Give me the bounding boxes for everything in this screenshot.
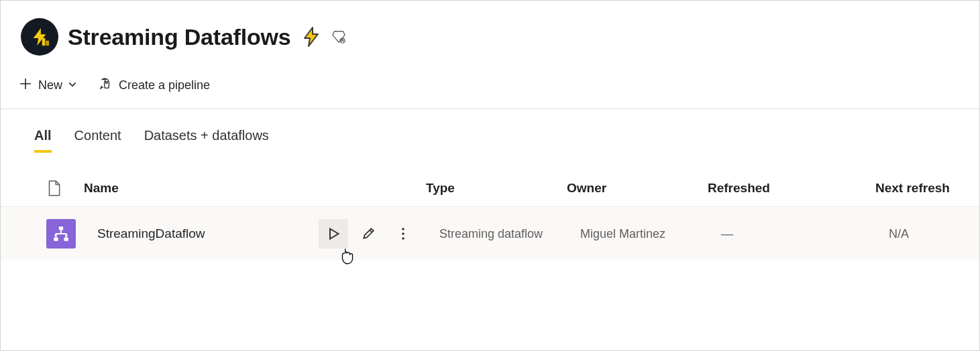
new-button[interactable]: New <box>18 75 78 96</box>
play-button[interactable] <box>319 219 348 249</box>
tab-content[interactable]: Content <box>74 127 121 153</box>
dataflow-type-icon <box>46 219 76 249</box>
column-name-header[interactable]: Name <box>84 181 426 196</box>
create-pipeline-label: Create a pipeline <box>119 78 210 92</box>
row-actions <box>319 219 439 249</box>
cursor-icon <box>340 247 355 269</box>
table-row[interactable]: StreamingDataflow Streaming dataflow Mig… <box>1 207 979 261</box>
svg-point-12 <box>402 228 404 230</box>
svg-rect-8 <box>59 226 64 230</box>
row-next-refresh: N/A <box>889 227 959 241</box>
row-type: Streaming dataflow <box>439 227 580 241</box>
tab-all[interactable]: All <box>34 127 52 153</box>
workspace-icon <box>21 18 58 56</box>
column-type-header[interactable]: Type <box>426 181 567 196</box>
bolt-icon <box>301 26 322 48</box>
column-icon-header[interactable] <box>46 180 84 197</box>
svg-marker-11 <box>330 229 339 239</box>
svg-rect-10 <box>64 237 68 240</box>
table-header: Name Type Owner Refreshed Next refresh <box>1 173 979 207</box>
svg-point-7 <box>106 82 108 84</box>
row-owner: Miguel Martinez <box>580 227 721 241</box>
content-table: Name Type Owner Refreshed Next refresh S… <box>1 173 979 261</box>
tabs: All Content Datasets + dataflows <box>1 109 979 153</box>
column-refreshed-header[interactable]: Refreshed <box>708 181 875 196</box>
row-refreshed: — <box>721 227 889 241</box>
svg-rect-2 <box>46 41 49 46</box>
row-name[interactable]: StreamingDataflow <box>97 226 319 241</box>
rocket-icon <box>99 77 112 94</box>
page-title: Streaming Dataflows <box>68 24 291 50</box>
premium-icon <box>331 29 346 44</box>
svg-marker-3 <box>305 27 318 46</box>
column-next-refresh-header[interactable]: Next refresh <box>875 181 959 196</box>
tab-datasets-dataflows[interactable]: Datasets + dataflows <box>144 127 269 153</box>
svg-rect-9 <box>54 237 58 240</box>
more-options-button[interactable] <box>388 219 418 249</box>
toolbar: New Create a pipeline <box>1 68 979 109</box>
svg-point-6 <box>341 39 343 40</box>
create-pipeline-button[interactable]: Create a pipeline <box>97 74 211 96</box>
svg-point-14 <box>402 237 404 240</box>
svg-point-13 <box>402 232 404 235</box>
chevron-down-icon <box>68 78 77 92</box>
workspace-header: Streaming Dataflows <box>1 1 979 68</box>
new-label: New <box>38 78 62 92</box>
column-owner-header[interactable]: Owner <box>567 181 708 196</box>
edit-button[interactable] <box>353 219 383 249</box>
svg-rect-1 <box>42 38 46 46</box>
plus-icon <box>19 78 32 93</box>
